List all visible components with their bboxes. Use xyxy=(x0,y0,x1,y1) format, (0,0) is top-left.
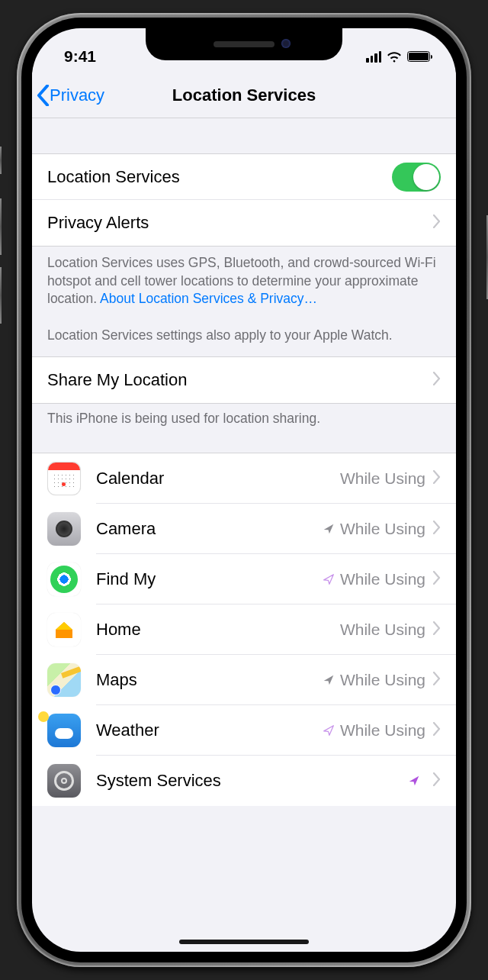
app-value: While Using xyxy=(322,520,425,538)
chevron-right-icon xyxy=(433,772,441,789)
chevron-right-icon xyxy=(433,521,441,537)
privacy-alerts-label: Privacy Alerts xyxy=(47,213,425,233)
app-value: While Using xyxy=(340,621,425,639)
chevron-right-icon xyxy=(433,470,441,487)
share-my-location-label: Share My Location xyxy=(47,370,425,390)
app-label: Calendar xyxy=(96,469,340,488)
app-value: While Using xyxy=(322,721,425,740)
location-services-label: Location Services xyxy=(47,167,392,187)
chevron-right-icon xyxy=(433,571,441,588)
findmy-icon xyxy=(47,563,81,596)
location-arrow-icon xyxy=(322,673,336,687)
app-value: While Using xyxy=(322,570,425,588)
app-row-calendar[interactable]: CalendarWhile Using xyxy=(32,453,456,504)
explainer-footer: Location Services uses GPS, Bluetooth, a… xyxy=(32,247,456,356)
app-list: CalendarWhile UsingCameraWhile UsingFind… xyxy=(32,453,456,806)
navigation-bar: Privacy Location Services xyxy=(32,73,456,118)
app-label: Camera xyxy=(96,519,322,539)
camera-icon xyxy=(47,512,81,546)
status-time: 9:41 xyxy=(64,47,96,66)
chevron-left-icon xyxy=(37,85,50,106)
chevron-right-icon xyxy=(433,672,441,688)
app-label: Weather xyxy=(96,720,322,740)
chevron-right-icon xyxy=(433,370,441,390)
explainer-text-2: Location Services settings also apply to… xyxy=(47,327,393,343)
location-arrow-icon xyxy=(322,522,336,536)
app-value xyxy=(407,774,425,788)
mute-switch xyxy=(0,147,2,174)
system-icon xyxy=(47,764,81,798)
device-frame: 9:41 Privacy xyxy=(0,0,488,980)
battery-icon xyxy=(407,51,430,62)
share-footer: This iPhone is being used for location s… xyxy=(32,404,456,453)
back-button[interactable]: Privacy xyxy=(37,73,104,118)
app-row-home[interactable]: HomeWhile Using xyxy=(32,604,456,655)
app-label: Maps xyxy=(96,670,322,690)
app-row-maps[interactable]: MapsWhile Using xyxy=(32,655,456,705)
location-arrow-icon xyxy=(407,774,421,788)
about-location-link[interactable]: About Location Services & Privacy… xyxy=(100,291,317,306)
volume-up-button xyxy=(0,198,2,255)
notch xyxy=(146,28,342,60)
chevron-right-icon xyxy=(433,213,441,233)
volume-down-button xyxy=(0,267,2,324)
wifi-icon xyxy=(387,51,402,63)
app-row-system[interactable]: System Services xyxy=(32,756,456,806)
settings-group-2: Share My Location xyxy=(32,356,456,404)
app-label: Home xyxy=(96,620,340,640)
home-indicator[interactable] xyxy=(179,940,309,944)
back-label: Privacy xyxy=(50,85,104,105)
app-row-findmy[interactable]: Find MyWhile Using xyxy=(32,554,456,604)
cellular-icon xyxy=(366,51,381,63)
screen: 9:41 Privacy xyxy=(32,28,456,952)
share-my-location-row[interactable]: Share My Location xyxy=(32,357,456,403)
app-label: Find My xyxy=(96,569,322,589)
app-value: While Using xyxy=(340,469,425,488)
location-services-row[interactable]: Location Services xyxy=(32,154,456,200)
app-label: System Services xyxy=(96,771,407,791)
chevron-right-icon xyxy=(433,722,441,739)
privacy-alerts-row[interactable]: Privacy Alerts xyxy=(32,200,456,246)
app-row-camera[interactable]: CameraWhile Using xyxy=(32,504,456,554)
weather-icon xyxy=(47,714,81,747)
calendar-icon xyxy=(47,462,81,495)
maps-icon xyxy=(47,663,81,697)
settings-group-1: Location Services Privacy Alerts xyxy=(32,153,456,247)
location-arrow-icon xyxy=(322,572,336,586)
location-arrow-icon xyxy=(322,724,336,737)
app-value: While Using xyxy=(322,671,425,689)
home-icon xyxy=(47,613,81,646)
chevron-right-icon xyxy=(433,621,441,638)
page-title: Location Services xyxy=(172,85,316,105)
app-row-weather[interactable]: WeatherWhile Using xyxy=(32,705,456,756)
location-services-toggle[interactable] xyxy=(392,163,441,192)
